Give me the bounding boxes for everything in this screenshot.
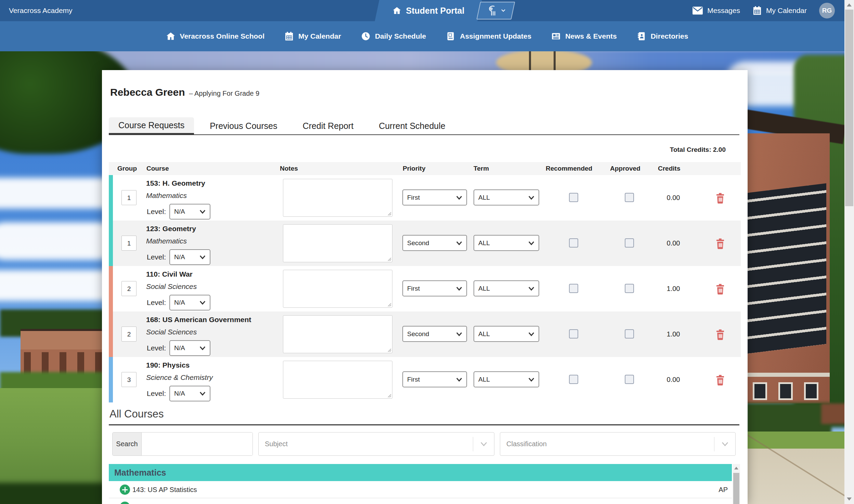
resize-handle-icon[interactable] xyxy=(388,394,391,398)
add-course-icon[interactable] xyxy=(120,485,130,495)
course-request-row: 3 190: Physics Science & Chemistry Level… xyxy=(109,357,741,402)
veracross-logo-button[interactable] xyxy=(476,2,515,19)
add-course-icon[interactable] xyxy=(120,502,130,504)
priority-select[interactable]: Second xyxy=(402,235,467,251)
available-course-row[interactable] xyxy=(109,498,732,504)
course-requests-table: Group Course Notes Priority Term Recomme… xyxy=(109,162,741,402)
approved-checkbox[interactable] xyxy=(625,193,634,202)
delete-course-button[interactable] xyxy=(714,328,727,341)
tab-credit-report[interactable]: Credit Report xyxy=(293,117,363,134)
recommended-checkbox[interactable] xyxy=(569,329,578,339)
scroll-up-icon[interactable] xyxy=(847,3,852,6)
student-course-card: Rebecca Green – Applying For Grade 9 Cou… xyxy=(102,70,748,504)
priority-select[interactable]: Second xyxy=(402,326,467,342)
classification-dropdown[interactable]: Classification xyxy=(500,432,736,456)
approved-checkbox[interactable] xyxy=(625,375,634,384)
notes-textarea[interactable] xyxy=(283,224,392,262)
level-select[interactable]: N/A xyxy=(169,204,210,220)
nav-directories[interactable]: Directories xyxy=(637,31,688,41)
term-select[interactable]: ALL xyxy=(474,235,539,251)
resize-handle-icon[interactable] xyxy=(388,212,391,216)
resize-handle-icon[interactable] xyxy=(388,257,391,261)
group-color-bar xyxy=(109,175,113,221)
term-select[interactable]: ALL xyxy=(474,189,539,205)
avatar[interactable]: RG xyxy=(819,3,835,18)
level-select[interactable]: N/A xyxy=(169,295,210,310)
recommended-checkbox[interactable] xyxy=(569,193,578,202)
course-search: Search xyxy=(112,432,253,456)
course-list-scrollbar[interactable] xyxy=(733,464,740,504)
student-tabs: Course Requests Previous Courses Credit … xyxy=(109,117,739,135)
recommended-checkbox[interactable] xyxy=(569,375,578,384)
nav-my-calendar[interactable]: My Calendar xyxy=(284,31,341,41)
approved-checkbox[interactable] xyxy=(625,329,634,339)
nav-daily-schedule[interactable]: Daily Schedule xyxy=(361,31,426,41)
level-label: Level: xyxy=(147,389,166,398)
nav-news-events[interactable]: News & Events xyxy=(551,31,617,41)
nav-assignment-updates[interactable]: Assignment Updates xyxy=(446,31,531,41)
nav-veracross-online-school[interactable]: Veracross Online School xyxy=(166,31,264,41)
term-select[interactable]: ALL xyxy=(474,371,539,387)
resize-handle-icon[interactable] xyxy=(388,303,391,307)
notes-textarea[interactable] xyxy=(283,361,392,399)
notes-textarea[interactable] xyxy=(283,270,392,308)
recommended-checkbox[interactable] xyxy=(569,284,578,293)
group-color-bar xyxy=(109,311,113,357)
priority-select[interactable]: First xyxy=(402,189,467,205)
delete-course-button[interactable] xyxy=(714,237,727,250)
delete-course-button[interactable] xyxy=(714,191,727,204)
notes-textarea[interactable] xyxy=(283,315,392,353)
level-select[interactable]: N/A xyxy=(169,249,210,265)
chevron-down-icon xyxy=(501,9,505,12)
scroll-up-icon[interactable] xyxy=(734,467,738,469)
chevron-down-icon xyxy=(528,196,534,200)
group-number-input[interactable]: 1 xyxy=(121,190,137,205)
term-select[interactable]: ALL xyxy=(474,326,539,342)
calendar-icon xyxy=(284,31,294,41)
my-calendar-link[interactable]: My Calendar xyxy=(752,6,807,15)
approved-checkbox[interactable] xyxy=(625,238,634,248)
course-request-row: 2 168: US American Government Social Sci… xyxy=(109,311,741,357)
main-scrollbar[interactable] xyxy=(844,0,854,504)
delete-course-button[interactable] xyxy=(714,373,727,386)
group-number-input[interactable]: 2 xyxy=(121,281,137,296)
scrollbar-thumb[interactable] xyxy=(733,473,739,504)
term-select[interactable]: ALL xyxy=(474,280,539,296)
search-input[interactable] xyxy=(142,433,253,455)
student-portal-tab[interactable]: Student Portal xyxy=(375,0,482,21)
trash-icon xyxy=(714,283,726,295)
chevron-down-icon xyxy=(456,241,462,245)
tab-course-requests[interactable]: Course Requests xyxy=(109,117,194,134)
home-icon xyxy=(392,6,401,15)
subject-dropdown[interactable]: Subject xyxy=(258,432,494,456)
available-course-row[interactable]: 143: US AP Statistics AP xyxy=(109,481,732,498)
group-number-input[interactable]: 3 xyxy=(121,372,137,387)
course-title: 110: Civil War xyxy=(146,270,193,278)
priority-select[interactable]: First xyxy=(402,280,467,296)
resize-handle-icon[interactable] xyxy=(388,348,391,352)
level-select[interactable]: N/A xyxy=(169,386,210,401)
chevron-down-icon xyxy=(473,437,494,451)
scroll-down-icon[interactable] xyxy=(847,498,852,501)
messages-link[interactable]: Messages xyxy=(692,6,740,15)
recommended-checkbox[interactable] xyxy=(569,238,578,248)
photo-lamp-pole xyxy=(554,51,556,72)
student-name: Rebecca Green xyxy=(110,87,185,98)
group-number-input[interactable]: 1 xyxy=(121,236,137,251)
notes-textarea[interactable] xyxy=(283,179,392,217)
col-course: Course xyxy=(146,162,169,175)
col-credits: Credits xyxy=(658,162,680,175)
approved-checkbox[interactable] xyxy=(625,284,634,293)
tab-current-schedule[interactable]: Current Schedule xyxy=(369,117,455,134)
col-notes: Notes xyxy=(280,162,298,175)
group-number-input[interactable]: 2 xyxy=(121,327,137,342)
level-select[interactable]: N/A xyxy=(169,340,210,356)
subject-placeholder: Subject xyxy=(259,440,473,448)
delete-course-button[interactable] xyxy=(714,282,727,295)
scrollbar-thumb[interactable] xyxy=(845,10,853,206)
priority-select[interactable]: First xyxy=(402,371,467,387)
directory-icon xyxy=(637,31,646,41)
photo-lamp-pole xyxy=(529,51,531,72)
group-color-bar xyxy=(109,266,113,311)
tab-previous-courses[interactable]: Previous Courses xyxy=(200,117,287,134)
